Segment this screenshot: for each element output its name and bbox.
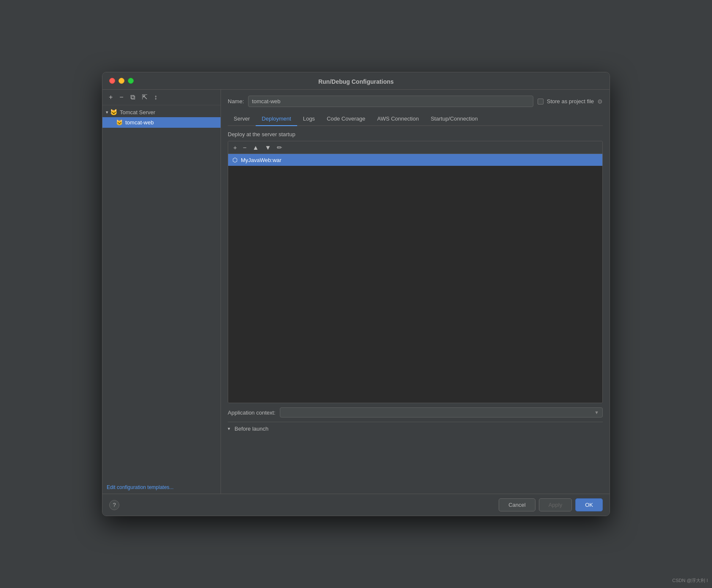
deploy-section-label: Deploy at the server startup <box>228 131 603 137</box>
main-content: + − ⧉ ⇱ ↕ ▾ 🐱 Tomcat Server 🐱 tomcat-web… <box>102 90 610 494</box>
sidebar-item-label: tomcat-web <box>125 119 154 126</box>
tab-aws-connection[interactable]: AWS Connection <box>371 112 425 126</box>
minimize-button[interactable] <box>119 78 124 84</box>
sidebar-toolbar: + − ⧉ ⇱ ↕ <box>102 90 221 105</box>
before-launch-section[interactable]: ▾ Before launch <box>228 422 603 435</box>
remove-config-button[interactable]: − <box>117 93 125 102</box>
tomcat-server-group[interactable]: ▾ 🐱 Tomcat Server <box>102 107 221 117</box>
sidebar-item-tomcat-web[interactable]: 🐱 tomcat-web <box>102 117 221 128</box>
tab-content-deployment: Deploy at the server startup + − ▲ ▼ ✏ ⬡… <box>228 126 603 494</box>
tab-deployment[interactable]: Deployment <box>256 112 297 126</box>
tab-logs[interactable]: Logs <box>297 112 321 126</box>
apply-button[interactable]: Apply <box>539 498 572 511</box>
sort-config-button[interactable]: ↕ <box>152 93 160 102</box>
maximize-button[interactable] <box>128 78 134 84</box>
store-project-file-label: Store as project file <box>547 98 594 104</box>
bottom-right: Cancel Apply OK <box>499 498 603 511</box>
war-icon: ⬡ <box>232 157 237 163</box>
bottom-left: ? <box>109 500 119 510</box>
app-context-dropdown[interactable]: ▼ <box>280 407 603 418</box>
bottom-bar: ? Cancel Apply OK <box>102 494 610 516</box>
tab-code-coverage[interactable]: Code Coverage <box>321 112 371 126</box>
name-input[interactable] <box>248 96 533 107</box>
sidebar: + − ⧉ ⇱ ↕ ▾ 🐱 Tomcat Server 🐱 tomcat-web… <box>102 90 221 494</box>
app-context-label: Application context: <box>228 409 276 416</box>
sidebar-groups: ▾ 🐱 Tomcat Server 🐱 tomcat-web <box>102 105 221 129</box>
copy-config-button[interactable]: ⧉ <box>128 93 137 102</box>
gear-icon[interactable]: ⚙ <box>597 98 603 105</box>
tab-startup-connection[interactable]: Startup/Connection <box>425 112 483 126</box>
deploy-item-label: MyJavaWeb:war <box>241 157 281 163</box>
help-button[interactable]: ? <box>109 500 119 510</box>
chevron-down-icon: ▾ <box>106 110 108 115</box>
add-config-button[interactable]: + <box>107 93 115 102</box>
edit-templates-link[interactable]: Edit configuration templates... <box>102 481 221 494</box>
ok-button[interactable]: OK <box>575 498 603 511</box>
app-context-row: Application context: ▼ <box>228 403 603 422</box>
deploy-move-up-button[interactable]: ▲ <box>251 143 261 151</box>
store-project-file-checkbox[interactable] <box>538 99 544 104</box>
deploy-list-container: + − ▲ ▼ ✏ ⬡ MyJavaWeb:war <box>228 141 603 403</box>
watermark: CSDN @浮大利 l <box>672 577 708 584</box>
name-row: Name: Store as project file ⚙ <box>228 96 603 107</box>
move-config-button[interactable]: ⇱ <box>140 93 149 102</box>
deploy-add-button[interactable]: + <box>232 143 239 151</box>
tomcat-item-icon: 🐱 <box>116 119 123 126</box>
window-controls <box>109 78 134 84</box>
deploy-move-down-button[interactable]: ▼ <box>263 143 273 151</box>
tabs-bar: Server Deployment Logs Code Coverage AWS… <box>228 112 603 126</box>
title-bar: Run/Debug Configurations <box>102 72 610 90</box>
deploy-list-item[interactable]: ⬡ MyJavaWeb:war <box>228 154 602 166</box>
tomcat-icon: 🐱 <box>110 109 117 115</box>
deploy-list: ⬡ MyJavaWeb:war <box>228 154 602 403</box>
deploy-list-toolbar: + − ▲ ▼ ✏ <box>228 141 602 154</box>
group-label: Tomcat Server <box>120 109 155 115</box>
before-launch-chevron-icon: ▾ <box>228 426 230 431</box>
cancel-button[interactable]: Cancel <box>499 498 535 511</box>
right-panel: Name: Store as project file ⚙ Server Dep… <box>221 90 610 494</box>
deploy-remove-button[interactable]: − <box>241 143 248 151</box>
close-button[interactable] <box>109 78 115 84</box>
before-launch-label: Before launch <box>235 426 268 432</box>
name-label: Name: <box>228 98 244 104</box>
dropdown-arrow-icon: ▼ <box>594 410 599 415</box>
run-debug-dialog: Run/Debug Configurations + − ⧉ ⇱ ↕ ▾ 🐱 T… <box>102 72 610 516</box>
dialog-title: Run/Debug Configurations <box>318 78 394 85</box>
tab-server[interactable]: Server <box>228 112 256 126</box>
store-project-file: Store as project file ⚙ <box>538 98 603 105</box>
deploy-edit-button[interactable]: ✏ <box>275 143 284 151</box>
